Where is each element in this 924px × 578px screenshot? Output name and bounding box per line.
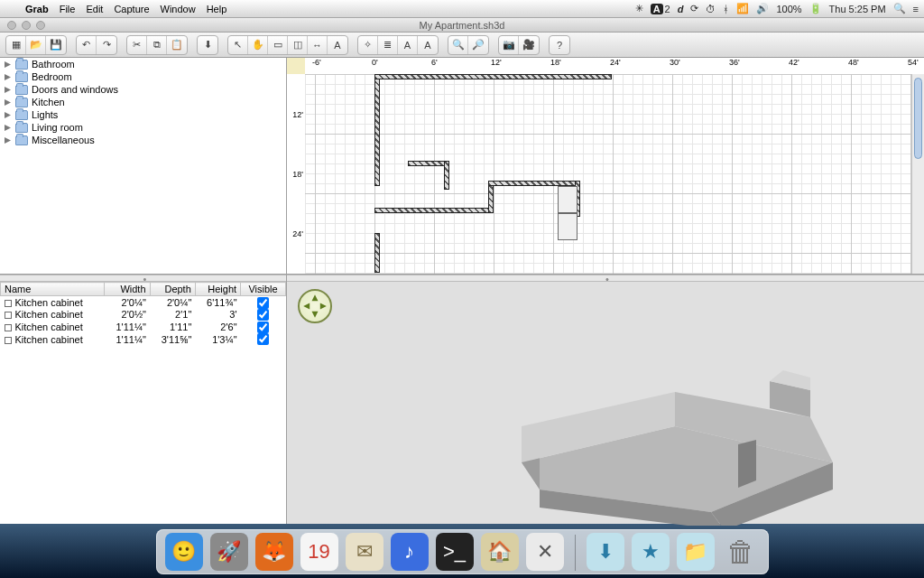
add-furniture-icon[interactable]: ⬇ <box>198 36 217 54</box>
redo-icon[interactable]: ↷ <box>97 36 116 54</box>
cabinet-shape[interactable] <box>558 213 578 240</box>
pan-icon[interactable]: ✋ <box>248 36 268 54</box>
cell-visible[interactable] <box>241 321 286 333</box>
photo-icon[interactable]: 📷 <box>499 36 519 54</box>
dimension-icon[interactable]: ↔ <box>308 36 328 54</box>
disclosure-triangle-icon[interactable] <box>4 86 12 94</box>
adobe-menu-icon[interactable]: A2 <box>651 4 670 14</box>
dock-downloads-icon[interactable]: ⬇ <box>587 533 624 571</box>
dropbox-alt-icon[interactable]: d <box>678 4 684 14</box>
table-row[interactable]: Kitchen cabinet1'11¼"3'11⅝"1'3¼" <box>1 333 286 346</box>
disclosure-triangle-icon[interactable] <box>4 136 12 144</box>
active-app-name[interactable]: Grab <box>25 4 49 14</box>
menu-help[interactable]: Help <box>207 4 227 14</box>
catalog-category[interactable]: Lights <box>0 108 286 121</box>
plan-vertical-scrollbar[interactable] <box>911 74 924 274</box>
close-button[interactable] <box>7 21 16 30</box>
menu-capture[interactable]: Capture <box>114 4 149 14</box>
notification-center-icon[interactable]: ≡ <box>913 4 919 14</box>
zoom-in-icon[interactable]: 🔍 <box>448 36 468 54</box>
horizontal-splitter-right[interactable] <box>287 275 924 282</box>
visible-checkbox[interactable] <box>257 309 269 321</box>
dock[interactable]: 🙂🚀🦊19✉♪>_🏠✕⬇★📁🗑 <box>156 529 769 574</box>
spinner-icon[interactable]: ✳ <box>635 3 643 14</box>
house-3d-model[interactable] <box>485 354 910 526</box>
plan-canvas[interactable] <box>305 74 911 274</box>
apple-menu-icon[interactable] <box>5 3 18 15</box>
text3-icon[interactable]: A <box>418 36 438 54</box>
menu-edit[interactable]: Edit <box>86 4 103 14</box>
catalog-category[interactable]: Doors and windows <box>0 83 286 96</box>
dock-xquartz-icon[interactable]: ✕ <box>526 533 564 571</box>
column-header[interactable]: Visible <box>241 283 286 296</box>
catalog-category[interactable]: Bathroom <box>0 58 286 70</box>
catalog-category[interactable]: Bedroom <box>0 70 286 83</box>
column-header[interactable]: Height <box>195 283 240 296</box>
battery-percentage[interactable]: 100% <box>776 4 801 14</box>
disclosure-triangle-icon[interactable] <box>4 111 12 119</box>
ruler-origin-icon[interactable] <box>287 58 305 74</box>
visible-checkbox[interactable] <box>257 322 269 333</box>
table-row[interactable]: Kitchen cabinet2'0¼"2'0¼"6'11¾" <box>1 296 286 309</box>
view-3d[interactable] <box>287 282 924 524</box>
new-icon[interactable]: ▦ <box>6 36 26 54</box>
dock-launchpad-icon[interactable]: 🚀 <box>210 533 248 571</box>
cabinet-shape[interactable] <box>558 186 578 213</box>
wall-segment[interactable] <box>444 161 449 190</box>
furniture-catalog-tree[interactable]: BathroomBedroomDoors and windowsKitchenL… <box>0 58 286 275</box>
catalog-category[interactable]: Miscellaneous <box>0 134 286 146</box>
visible-checkbox[interactable] <box>257 297 269 309</box>
wall-segment[interactable] <box>374 208 494 213</box>
bluetooth-icon[interactable]: ᚼ <box>723 4 729 14</box>
cell-visible[interactable] <box>241 309 286 322</box>
disclosure-triangle-icon[interactable] <box>4 73 12 81</box>
paste-icon[interactable]: 📋 <box>167 36 187 54</box>
furniture-table[interactable]: NameWidthDepthHeightVisible Kitchen cabi… <box>0 282 286 345</box>
column-header[interactable]: Depth <box>150 283 195 296</box>
cut-icon[interactable]: ✂ <box>127 36 147 54</box>
dock-mail-icon[interactable]: ✉ <box>346 533 383 571</box>
menu-window[interactable]: Window <box>161 4 196 14</box>
dock-calendar-icon[interactable]: 19 <box>300 533 338 571</box>
table-row[interactable]: Kitchen cabinet2'0½"2'1"3' <box>1 309 286 322</box>
undo-icon[interactable]: ↶ <box>77 36 97 54</box>
disclosure-triangle-icon[interactable] <box>4 124 12 132</box>
volume-icon[interactable]: 🔊 <box>756 3 769 14</box>
video-icon[interactable]: 🎥 <box>519 36 539 54</box>
open-icon[interactable]: 📂 <box>26 36 46 54</box>
room-icon[interactable]: ◫ <box>288 36 308 54</box>
level-icon[interactable]: ≣ <box>378 36 398 54</box>
plan-2d-view[interactable]: -6'0'6'12'18'24'30'36'42'48'54' 12'18'24… <box>287 58 924 275</box>
text2-icon[interactable]: A <box>398 36 418 54</box>
wall-segment[interactable] <box>374 74 380 186</box>
catalog-category[interactable]: Living room <box>0 121 286 134</box>
wall-segment[interactable] <box>374 233 380 273</box>
horizontal-splitter-left[interactable] <box>0 275 286 282</box>
wall-segment[interactable] <box>374 74 612 79</box>
battery-icon[interactable]: 🔋 <box>809 3 822 14</box>
dock-sweethome-icon[interactable]: 🏠 <box>481 533 519 571</box>
sync-icon[interactable]: ⟳ <box>690 3 698 14</box>
menu-file[interactable]: File <box>60 4 76 14</box>
dock-firefox-icon[interactable]: 🦊 <box>255 533 293 571</box>
select-icon[interactable]: ↖ <box>228 36 248 54</box>
column-header[interactable]: Name <box>1 283 105 296</box>
window-controls[interactable] <box>7 21 45 30</box>
minimize-button[interactable] <box>22 21 31 30</box>
dock-finder-icon[interactable]: 🙂 <box>165 533 203 571</box>
wall-icon[interactable]: ▭ <box>268 36 288 54</box>
dock-trash-icon[interactable]: 🗑 <box>722 533 760 571</box>
dock-terminal-icon[interactable]: >_ <box>436 533 474 571</box>
dock-documents-icon[interactable]: ★ <box>632 533 670 571</box>
navigation-compass-icon[interactable] <box>298 289 332 323</box>
table-row[interactable]: Kitchen cabinet1'11¼"1'11"2'6" <box>1 321 286 333</box>
cell-visible[interactable] <box>241 333 286 346</box>
furniture-list-panel[interactable]: NameWidthDepthHeightVisible Kitchen cabi… <box>0 282 286 524</box>
disclosure-triangle-icon[interactable] <box>4 98 12 107</box>
clock[interactable]: Thu 5:25 PM <box>829 4 886 14</box>
text-icon[interactable]: A <box>328 36 347 54</box>
save-icon[interactable]: 💾 <box>46 36 66 54</box>
wifi-icon[interactable]: 📶 <box>736 3 749 14</box>
spotlight-icon[interactable]: 🔍 <box>893 3 906 14</box>
disclosure-triangle-icon[interactable] <box>4 61 12 69</box>
